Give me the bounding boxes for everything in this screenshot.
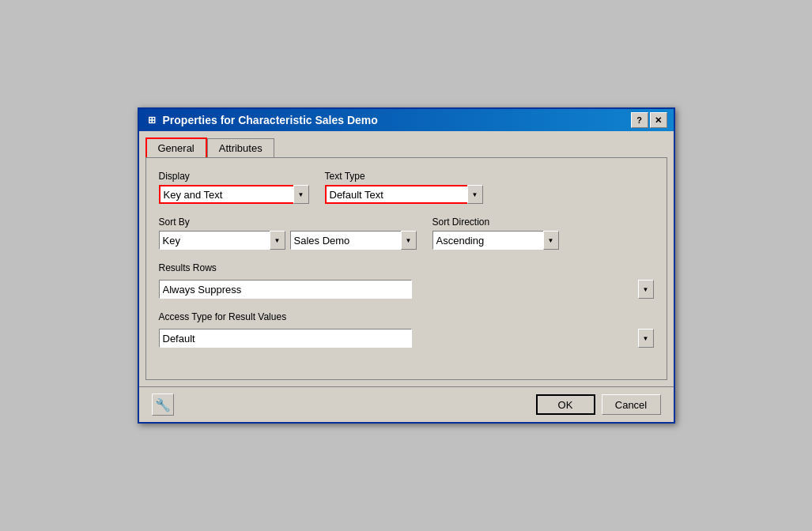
cancel-button[interactable]: Cancel	[602, 394, 661, 415]
results-rows-group: Results Rows Always Suppress Never Suppr…	[159, 262, 654, 299]
results-rows-dropdown-arrow: ▼	[638, 280, 654, 299]
tool-icon-button[interactable]: 🔧	[152, 394, 174, 416]
ok-button[interactable]: OK	[536, 394, 595, 415]
tab-content-general: Display Key and Text Key Text ▼ Text Typ…	[145, 157, 667, 380]
sort-by-label: Sort By	[159, 217, 417, 228]
access-type-group: Access Type for Result Values Default Ma…	[159, 311, 654, 348]
display-select[interactable]: Key and Text Key Text	[159, 185, 309, 204]
window-title: Properties for Characteristic Sales Demo	[163, 114, 378, 126]
title-bar-buttons: ? ✕	[631, 112, 667, 128]
results-rows-label: Results Rows	[159, 262, 654, 273]
sort-by-select2-wrapper: Sales Demo ▼	[290, 231, 417, 250]
dialog-window: ⊞ Properties for Characteristic Sales De…	[138, 107, 675, 424]
title-bar: ⊞ Properties for Characteristic Sales De…	[139, 109, 674, 131]
sort-by-select2[interactable]: Sales Demo	[290, 231, 417, 250]
text-type-select[interactable]: Default Text Short Text Medium Text Long…	[325, 185, 483, 204]
tab-bar: General Attributes	[145, 137, 667, 157]
sort-direction-label: Sort Direction	[432, 217, 559, 228]
text-type-group: Text Type Default Text Short Text Medium…	[325, 171, 483, 204]
sort-by-select1-wrapper: Key Text ▼	[159, 231, 285, 250]
access-type-select-wrapper: Default Master Data Posted Values ▼	[159, 329, 654, 348]
title-bar-left: ⊞ Properties for Characteristic Sales De…	[145, 114, 378, 126]
results-rows-select[interactable]: Always Suppress Never Suppress Suppress …	[159, 280, 412, 299]
dialog-body: General Attributes Display Key and Text …	[139, 131, 674, 386]
window-icon: ⊞	[145, 114, 158, 126]
display-label: Display	[159, 171, 309, 182]
tab-general[interactable]: General	[145, 137, 207, 157]
access-type-dropdown-arrow: ▼	[638, 329, 654, 348]
text-type-label: Text Type	[325, 171, 483, 182]
sort-by-group: Sort By Key Text ▼ Sales Demo	[159, 217, 417, 250]
help-button[interactable]: ?	[631, 112, 648, 128]
close-button[interactable]: ✕	[650, 112, 667, 128]
footer-left: 🔧	[152, 394, 174, 416]
tab-attributes[interactable]: Attributes	[207, 138, 274, 158]
sort-row: Sort By Key Text ▼ Sales Demo	[159, 217, 654, 250]
sort-direction-select-wrapper: Ascending Descending ▼	[432, 231, 559, 250]
display-group: Display Key and Text Key Text ▼	[159, 171, 309, 204]
access-type-select[interactable]: Default Master Data Posted Values	[159, 329, 412, 348]
display-texttype-row: Display Key and Text Key Text ▼ Text Typ…	[159, 171, 654, 204]
access-type-label: Access Type for Result Values	[159, 311, 654, 322]
results-rows-select-wrapper: Always Suppress Never Suppress Suppress …	[159, 280, 654, 299]
sort-direction-group: Sort Direction Ascending Descending ▼	[432, 217, 559, 250]
sort-by-select1[interactable]: Key Text	[159, 231, 285, 250]
display-select-wrapper: Key and Text Key Text ▼	[159, 185, 309, 204]
sort-direction-select[interactable]: Ascending Descending	[432, 231, 559, 250]
dialog-footer: 🔧 OK Cancel	[139, 386, 674, 422]
text-type-select-wrapper: Default Text Short Text Medium Text Long…	[325, 185, 483, 204]
footer-right: OK Cancel	[536, 394, 661, 415]
